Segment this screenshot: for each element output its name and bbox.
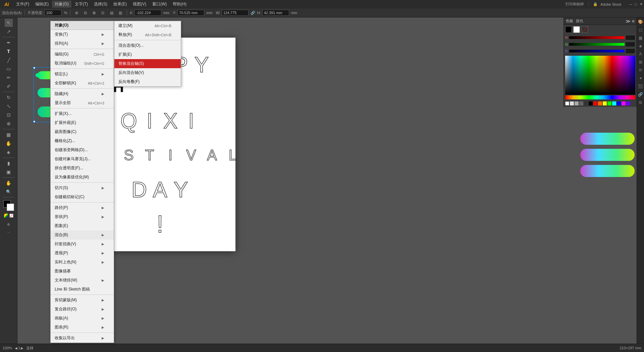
panel-icon-10[interactable]: 🔗 <box>638 91 644 97</box>
menu-file[interactable]: 文件(F) <box>13 1 32 8</box>
cm-expand-appearance[interactable]: 扩展外观(E) <box>51 118 114 127</box>
menu-window[interactable]: 窗口(W) <box>150 1 169 8</box>
cm-envelope-distort[interactable]: 封套扭曲(V)▶ <box>51 239 114 249</box>
tool-brush[interactable]: ✏ <box>5 74 13 82</box>
cm-rasterize[interactable]: 栅格化(Z)... <box>51 136 114 145</box>
gradient-bar-1[interactable] <box>580 133 635 145</box>
tool-direct-select[interactable]: ↗ <box>5 28 13 36</box>
cm-clipping-mask[interactable]: 剪切蒙版(M)▶ <box>51 296 114 305</box>
tool-rotate[interactable]: ↻ <box>5 93 13 101</box>
tool-eyedropper[interactable]: ✋ <box>5 139 13 147</box>
y-input[interactable] <box>177 10 204 16</box>
r-slider-track[interactable] <box>569 36 625 39</box>
cm-transform[interactable]: 变换(T)▶ <box>51 30 114 39</box>
b-input[interactable] <box>625 48 635 54</box>
swatch-magenta[interactable] <box>622 101 626 105</box>
cm-collect-for-export[interactable]: 收集以导出▶ <box>51 334 114 343</box>
menu-type[interactable]: 文字(T) <box>72 1 91 8</box>
tool-type[interactable]: T <box>5 47 13 55</box>
cm-show-all[interactable]: 显示全部Alt+Ctrl+3 <box>51 98 114 107</box>
cm-lock[interactable]: 锁定(L)▶ <box>51 70 114 79</box>
h-input[interactable] <box>262 10 289 16</box>
panel-icon-3[interactable]: ▦ <box>638 35 644 41</box>
b-slider-track[interactable] <box>569 50 625 52</box>
cm-group[interactable]: 编组(G)Ctrl+G <box>51 50 114 59</box>
swatch-green[interactable] <box>607 101 611 105</box>
swatch-red[interactable] <box>593 101 597 105</box>
panel-icon-4[interactable]: ◈ <box>638 43 644 49</box>
color-panel-expand[interactable]: ≫ <box>626 18 631 24</box>
color-gradient-icon[interactable] <box>4 214 8 218</box>
cm-live-paint[interactable]: 实时上色(N)▶ <box>51 258 114 267</box>
sel-handle-bl[interactable] <box>33 121 35 123</box>
sm-reverse-spine[interactable]: 反向混合轴(V) <box>114 68 181 77</box>
tool-shape-builder[interactable]: ⊕ <box>5 120 13 128</box>
color-spectrum[interactable] <box>565 56 635 99</box>
panel-icon-6[interactable]: ⊞ <box>638 59 644 65</box>
swatch-purple[interactable] <box>626 101 630 105</box>
g-input[interactable] <box>625 42 635 47</box>
cm-create-gradient-mesh[interactable]: 创建渐变网格(D)... <box>51 145 114 155</box>
link-icon[interactable]: 🔗 <box>251 11 255 15</box>
stroke-color-box[interactable] <box>7 204 14 211</box>
opacity-input[interactable] <box>45 10 61 16</box>
cm-perspective[interactable]: 透视(P)▶ <box>51 249 114 258</box>
swatch-dark-gray[interactable] <box>579 101 583 105</box>
panel-icon-5[interactable]: A <box>638 51 644 57</box>
cm-text-wrap[interactable]: 文本绕排(W)▶ <box>51 276 114 285</box>
spectrum-gradient[interactable] <box>565 56 635 95</box>
align-right-btn[interactable]: ⊠ <box>91 9 98 16</box>
tool-artboard[interactable]: ▣ <box>5 168 13 176</box>
swatch-black[interactable] <box>589 101 593 105</box>
swatch-light-gray[interactable] <box>570 101 574 105</box>
tool-gradient[interactable]: ▦ <box>5 131 13 139</box>
tool-pencil[interactable]: ✐ <box>5 82 13 90</box>
tool-rect[interactable]: ▭ <box>5 65 13 73</box>
align-bottom-btn[interactable]: ▥ <box>117 9 124 16</box>
panel-icon-11[interactable]: ⧉ <box>638 99 644 105</box>
tool-blend[interactable]: ◈ <box>5 148 13 156</box>
tool-hand[interactable]: ✋ <box>5 179 13 187</box>
swatch-darker-gray[interactable] <box>584 101 588 105</box>
panel-icon-8[interactable]: ✦ <box>638 75 644 81</box>
cm-expand[interactable]: 扩展(X)... <box>51 109 114 118</box>
cm-graph[interactable]: 图表(R)▶ <box>51 323 114 332</box>
prev-artboard-btn[interactable]: ◀ <box>15 346 17 350</box>
r-input[interactable] <box>625 35 635 40</box>
cm-compound-path[interactable]: 复合路径(O)▶ <box>51 305 114 314</box>
panel-icon-2[interactable]: ◻ <box>638 27 644 33</box>
color-tab[interactable]: 颜色 <box>576 18 583 24</box>
panel-icon-1[interactable]: 🎨 <box>638 19 644 25</box>
align-left-btn[interactable]: ⊞ <box>73 9 80 16</box>
x-input[interactable] <box>135 10 161 16</box>
gradient-bar-2[interactable] <box>580 149 635 161</box>
align-center-v-btn[interactable]: ▤ <box>108 9 115 16</box>
tool-misc-2[interactable]: ··· <box>5 228 13 236</box>
none-swatch[interactable] <box>581 26 588 33</box>
fill-swatch[interactable] <box>565 26 572 33</box>
tool-free-transform[interactable]: ⊡ <box>5 111 13 119</box>
tool-selection[interactable]: ↖ <box>5 19 13 27</box>
g-slider-track[interactable] <box>569 43 625 46</box>
tool-scale[interactable]: ⤡ <box>5 102 13 110</box>
cm-artboard[interactable]: 画板(A)▶ <box>51 314 114 323</box>
swatch-mid-gray[interactable] <box>575 101 579 105</box>
swatch-yellow[interactable] <box>603 101 607 105</box>
stroke-swatch[interactable] <box>573 26 580 33</box>
sm-create-blend[interactable]: 建立(M)Alt+Ctrl+B <box>114 21 181 30</box>
cm-arrange[interactable]: 排列(A)▶ <box>51 39 114 48</box>
cm-create-trim-marks[interactable]: 创建截切标记(C) <box>51 192 114 202</box>
menu-select[interactable]: 选择(S) <box>91 1 110 8</box>
cm-line-sketch[interactable]: Line 和 Sketch 图稿 <box>51 285 114 294</box>
menu-effect[interactable]: 效果(E) <box>111 1 129 8</box>
sm-release-blend[interactable]: 释放(R)Alt+Shift+Ctrl+B <box>114 30 181 39</box>
swatch-blue[interactable] <box>617 101 621 105</box>
panel-icon-9[interactable]: ⬛ <box>638 83 644 89</box>
cm-pattern[interactable]: 图案(E) <box>51 221 114 230</box>
win-close[interactable]: ✕ <box>640 2 643 6</box>
cm-image-trace[interactable]: 图像描摹 <box>51 267 114 276</box>
next-artboard-btn[interactable]: ▶ <box>21 346 23 350</box>
align-top-btn[interactable]: ⊡ <box>99 9 107 16</box>
menu-object[interactable]: 对象(O) <box>52 1 71 8</box>
cm-pixel-perfect[interactable]: 设为像素级优化(M) <box>51 173 114 182</box>
